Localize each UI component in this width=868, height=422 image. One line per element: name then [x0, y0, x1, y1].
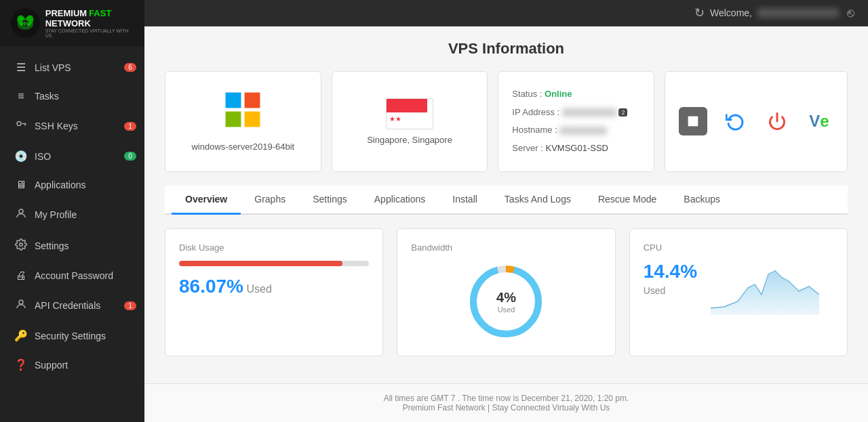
sidebar-label-iso: ISO	[35, 151, 51, 162]
tab-tasks-logs[interactable]: Tasks And Logs	[491, 186, 585, 215]
vps-cards-row: windows-server2019-64bit ★★ Singapore, S…	[165, 71, 848, 172]
username-blurred	[757, 8, 839, 18]
svg-point-6	[17, 122, 21, 126]
svg-rect-16	[688, 117, 698, 127]
svg-rect-14	[226, 112, 241, 127]
topbar: ↻ Welcome, ⎋	[144, 0, 868, 26]
sidebar-label-api-credentials: API Credentials	[35, 300, 100, 311]
api-credentials-badge: 1	[124, 301, 136, 310]
svg-rect-13	[245, 93, 260, 108]
support-icon: ❓	[14, 358, 28, 371]
main-content: ↻ Welcome, ⎋ VPS Information windows-se	[144, 0, 868, 422]
sidebar-item-applications[interactable]: 🖥 Applications	[0, 171, 144, 199]
ssh-keys-badge: 1	[124, 122, 136, 131]
disk-bar	[179, 261, 369, 266]
cpu-card: CPU 14.4% Used	[629, 228, 848, 356]
server-row: Server : KVMSG01-SSD	[512, 142, 608, 156]
server-label: Server :	[512, 143, 543, 153]
logo-premium: PREMIUM	[45, 8, 87, 18]
ip-label: IP Address :	[512, 107, 559, 117]
tab-overview[interactable]: Overview	[172, 186, 241, 215]
sidebar-item-security-settings[interactable]: 🔑 Security Settings	[0, 321, 144, 350]
status-label: Status :	[512, 89, 542, 99]
hostname-value-blurred	[559, 127, 607, 135]
logo-tagline: STAY CONNECTED VIRTUALLY WITH US	[45, 28, 134, 38]
bandwidth-card: Bandwidth 4% Used	[397, 228, 615, 356]
sidebar-label-tasks: Tasks	[35, 91, 59, 102]
disk-usage-card: Disk Usage 86.07% Used	[165, 228, 383, 356]
vnc-e-letter: e	[820, 112, 829, 131]
logo-fast: FAST	[89, 8, 111, 18]
svg-point-11	[19, 300, 23, 304]
sidebar: PFN PREMIUM FAST NETWORK STAY CONNECTED …	[0, 0, 144, 422]
sidebar-item-settings[interactable]: Settings	[0, 230, 144, 261]
location-label: Singapore, Singapore	[367, 135, 452, 145]
account-password-icon: 🖨	[14, 270, 28, 282]
logo-image: PFN	[11, 8, 40, 38]
disk-bar-fill	[179, 261, 342, 266]
bandwidth-used-label: Used	[496, 305, 516, 314]
sidebar-item-api-credentials[interactable]: API Credentials 1	[0, 290, 144, 321]
bandwidth-donut: 4% Used	[465, 261, 547, 342]
svg-point-10	[20, 243, 23, 247]
sidebar-label-my-profile: My Profile	[35, 209, 77, 220]
welcome-label: Welcome,	[710, 7, 752, 18]
sidebar-label-applications: Applications	[35, 180, 86, 190]
svg-point-9	[19, 209, 23, 213]
ssh-keys-icon	[14, 119, 28, 133]
power-button[interactable]	[763, 107, 791, 135]
status-row: Status : Online	[512, 87, 572, 102]
restart-button[interactable]	[721, 107, 749, 135]
tab-graphs[interactable]: Graphs	[241, 186, 299, 215]
sidebar-item-my-profile[interactable]: My Profile	[0, 199, 144, 230]
flag-container: ★★	[386, 98, 433, 129]
sidebar-navigation: ☰ List VPS 6 ≡ Tasks SSH Keys 1 💿 ISO 0 …	[0, 53, 144, 422]
stop-button[interactable]	[679, 107, 707, 135]
vnc-v-letter: V	[809, 112, 820, 131]
tab-applications[interactable]: Applications	[361, 186, 439, 215]
list-vps-badge: 6	[124, 63, 136, 72]
refresh-icon[interactable]: ↻	[694, 5, 705, 20]
cpu-value-block: 14.4% Used	[644, 261, 697, 296]
ip-count-badge: 2	[618, 108, 627, 117]
svg-rect-12	[226, 93, 241, 108]
sidebar-item-tasks[interactable]: ≡ Tasks	[0, 82, 144, 110]
sidebar-item-list-vps[interactable]: ☰ List VPS 6	[0, 53, 144, 82]
cpu-used-label: Used	[644, 285, 697, 296]
sidebar-item-iso[interactable]: 💿 ISO 0	[0, 142, 144, 171]
settings-icon	[14, 238, 28, 253]
status-value: Online	[545, 89, 572, 99]
hostname-row: Hostname :	[512, 123, 607, 138]
sidebar-item-support[interactable]: ❓ Support	[0, 350, 144, 379]
sidebar-label-settings: Settings	[35, 240, 69, 251]
vps-os-card: windows-server2019-64bit	[165, 71, 321, 172]
svg-rect-15	[245, 112, 260, 127]
windows-icon	[224, 91, 262, 136]
tab-settings[interactable]: Settings	[299, 186, 361, 215]
vps-status-card: Status : Online IP Address : 2 Hostname …	[498, 71, 654, 172]
bandwidth-title: Bandwidth	[411, 242, 601, 253]
ip-value-blurred	[562, 108, 616, 117]
disk-used-label: Used	[246, 283, 271, 295]
content-area: VPS Information windows-server2019-64bit	[144, 26, 868, 383]
tab-backups[interactable]: Backups	[670, 186, 734, 215]
vnc-button[interactable]: Ve	[805, 107, 833, 135]
logout-icon[interactable]: ⎋	[847, 6, 854, 20]
bandwidth-percent: 4%	[496, 290, 516, 305]
cpu-chart-svg	[711, 261, 819, 315]
ip-row: IP Address : 2	[512, 106, 627, 120]
svg-text:PFN: PFN	[21, 22, 31, 26]
sidebar-item-account-password[interactable]: 🖨 Account Password	[0, 261, 144, 290]
logo-text: PREMIUM FAST NETWORK STAY CONNECTED VIRT…	[45, 8, 134, 38]
footer: All times are GMT 7 . The time now is De…	[144, 383, 868, 422]
sidebar-label-list-vps: List VPS	[35, 62, 71, 73]
sidebar-label-ssh-keys: SSH Keys	[35, 121, 78, 131]
iso-icon: 💿	[14, 150, 28, 163]
page-title: VPS Information	[165, 40, 848, 58]
tab-install[interactable]: Install	[439, 186, 491, 215]
api-credentials-icon	[14, 298, 28, 313]
tab-rescue-mode[interactable]: Rescue Mode	[585, 186, 670, 215]
sidebar-item-ssh-keys[interactable]: SSH Keys 1	[0, 110, 144, 142]
applications-icon: 🖥	[14, 179, 28, 191]
svg-marker-20	[711, 271, 819, 315]
